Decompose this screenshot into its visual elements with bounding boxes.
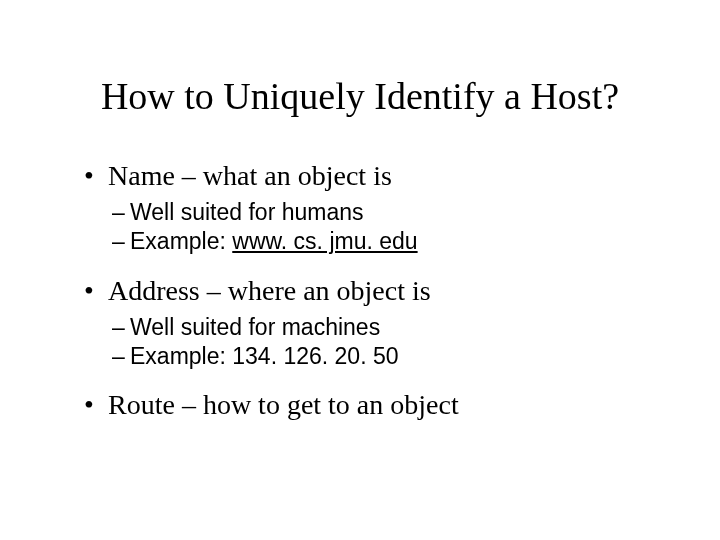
bullet-name-sublist: Well suited for humans Example: www. cs.… <box>112 198 644 257</box>
bullet-name: Name – what an object is <box>84 158 644 194</box>
sub-address-example: Example: 134. 126. 20. 50 <box>112 342 644 371</box>
bullet-route: Route – how to get to an object <box>84 387 644 423</box>
bullet-address: Address – where an object is <box>84 273 644 309</box>
sub-name-example-link[interactable]: www. cs. jmu. edu <box>232 228 417 254</box>
sub-name-example: Example: www. cs. jmu. edu <box>112 227 644 256</box>
slide-title: How to Uniquely Identify a Host? <box>0 74 720 118</box>
slide: How to Uniquely Identify a Host? Name – … <box>0 0 720 540</box>
sub-name-example-label: Example: <box>130 228 232 254</box>
bullet-address-sublist: Well suited for machines Example: 134. 1… <box>112 313 644 372</box>
sub-name-humans: Well suited for humans <box>112 198 644 227</box>
slide-body: Name – what an object is Well suited for… <box>84 158 644 427</box>
sub-address-machines: Well suited for machines <box>112 313 644 342</box>
